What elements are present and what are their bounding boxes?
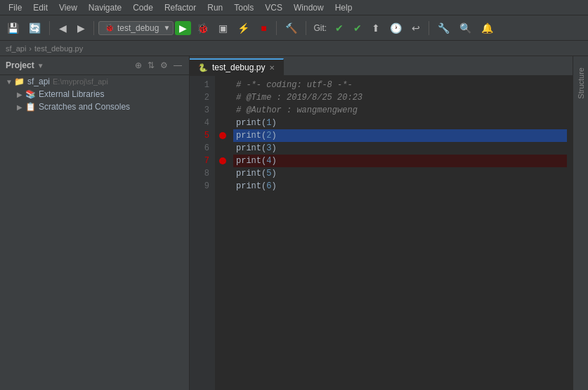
structures-label: Structure — [577, 67, 585, 99]
code-text-5: print(2) — [236, 129, 277, 142]
project-panel: Project ▼ ⊕ ⇅ ⚙ — ▼ 📁 sf_api E:\myproj\s… — [0, 56, 190, 390]
tree-item-scratches[interactable]: ▶ 📋 Scratches and Consoles — [0, 100, 189, 113]
git-checkmark-button[interactable]: ✔ — [331, 20, 348, 37]
code-text-4: print(1) — [236, 117, 277, 129]
panel-icons: ⊕ ⇅ ⚙ — — [133, 59, 183, 72]
line-num-3: 3 — [195, 104, 209, 117]
menu-file[interactable]: File — [3, 1, 27, 14]
code-line-3: # @Author : wangmengweng — [236, 104, 567, 117]
folder-icon-sf-api: 📁 — [14, 77, 25, 86]
line-num-4: 4 — [195, 117, 209, 129]
menu-window[interactable]: Window — [288, 1, 329, 14]
tree-label-sf-api: sf_api — [27, 77, 50, 86]
run-with-button[interactable]: ⚡ — [233, 20, 254, 37]
panel-scroll-button[interactable]: ⇅ — [146, 59, 156, 72]
line-num-6: 6 — [195, 142, 209, 155]
menu-navigate[interactable]: Navigate — [83, 1, 127, 14]
menu-code[interactable]: Code — [127, 1, 159, 14]
main-layout: Project ▼ ⊕ ⇅ ⚙ — ▼ 📁 sf_api E:\myproj\s… — [0, 56, 588, 390]
line-num-7: 7 — [195, 155, 209, 167]
coverage-button[interactable]: ▣ — [214, 20, 232, 37]
git-history-button[interactable]: 🕐 — [386, 20, 406, 37]
search-button[interactable]: 🔍 — [455, 20, 476, 37]
menu-run[interactable]: Run — [202, 1, 228, 14]
run-button[interactable]: ▶ — [175, 21, 191, 35]
code-text-1: # -*- coding: utf-8 -*- — [236, 79, 353, 91]
run-config-dropdown[interactable]: 🐞 test_debug ▼ — [98, 21, 174, 35]
code-line-9: print(6) — [236, 180, 567, 193]
tab-file-icon: 🐍 — [198, 63, 208, 72]
breakpoint-gutter — [215, 76, 230, 390]
menu-help[interactable]: Help — [329, 1, 358, 14]
build-button[interactable]: 🔨 — [281, 20, 301, 37]
line-num-8: 8 — [195, 167, 209, 180]
tree-item-sf-api[interactable]: ▼ 📁 sf_api E:\myproj\sf_api — [0, 75, 189, 88]
breadcrumb-project: sf_api — [6, 44, 26, 53]
toolbar-separator-4 — [306, 21, 306, 35]
tree-path-sf-api: E:\myproj\sf_api — [53, 77, 108, 86]
line-num-2: 2 — [195, 91, 209, 104]
code-line-4: print(1) — [236, 117, 567, 129]
rollback-button[interactable]: ↩ — [407, 20, 424, 37]
line-num-5: 5 — [195, 129, 209, 142]
editor-area: 🐍 test_debug.py ✕ 1 2 3 4 5 6 7 8 9 — [190, 56, 573, 390]
tab-label: test_debug.py — [212, 63, 265, 72]
git-check2-button[interactable]: ✔ — [349, 20, 366, 37]
stop-button[interactable]: ■ — [255, 20, 272, 37]
code-content[interactable]: # -*- coding: utf-8 -*- # @Time : 2019/8… — [230, 76, 573, 390]
line-num-9: 9 — [195, 180, 209, 193]
menubar: File Edit View Navigate Code Refactor Ru… — [0, 0, 588, 15]
bp-spacer-2 — [215, 91, 230, 104]
toolbar-separator-3 — [276, 21, 277, 35]
bp-spacer-4 — [215, 117, 230, 129]
code-editor[interactable]: 1 2 3 4 5 6 7 8 9 — [190, 76, 573, 390]
panel-hide-button[interactable]: — — [172, 59, 183, 72]
synchronize-button[interactable]: 🔄 — [25, 20, 45, 37]
code-text-9: print(6) — [236, 180, 277, 193]
notifications-button[interactable]: 🔔 — [477, 20, 497, 37]
code-text-6: print(3) — [236, 142, 277, 155]
line-num-1: 1 — [195, 79, 209, 91]
debug-button[interactable]: 🐞 — [192, 20, 213, 37]
code-text-8: print(5) — [236, 167, 277, 180]
tree-item-external-libs[interactable]: ▶ 📚 External Libraries — [0, 88, 189, 100]
code-text-2: # @Time : 2019/8/25 20:23 — [236, 91, 362, 104]
toolbar-separator-2 — [93, 21, 94, 35]
forward-button[interactable]: ▶ — [72, 20, 89, 37]
bp-spacer-3 — [215, 104, 230, 117]
back-button[interactable]: ◀ — [54, 20, 71, 37]
tree-arrow-sf-api: ▼ — [6, 78, 14, 86]
code-text-7: print(4) — [236, 155, 277, 167]
project-label: Project ▼ — [6, 60, 44, 70]
tab-close-button[interactable]: ✕ — [269, 64, 275, 72]
menu-vcs[interactable]: VCS — [259, 1, 288, 14]
breakpoint-7 — [215, 155, 230, 167]
code-line-1: # -*- coding: utf-8 -*- — [236, 79, 567, 91]
project-panel-header: Project ▼ ⊕ ⇅ ⚙ — — [0, 56, 189, 75]
panel-add-button[interactable]: ⊕ — [133, 59, 143, 72]
breakpoint-5 — [215, 129, 230, 142]
lib-icon: 📚 — [25, 89, 36, 99]
project-dropdown-arrow[interactable]: ▼ — [37, 62, 44, 70]
code-line-2: # @Time : 2019/8/25 20:23 — [236, 91, 567, 104]
menu-view[interactable]: View — [53, 1, 83, 14]
editor-tab-bar: 🐍 test_debug.py ✕ — [190, 56, 573, 76]
menu-edit[interactable]: Edit — [27, 1, 53, 14]
bp-spacer-6 — [215, 142, 230, 155]
git-label: Git: — [311, 23, 329, 33]
menu-refactor[interactable]: Refactor — [159, 1, 202, 14]
code-text-3: # @Author : wangmengweng — [236, 104, 358, 117]
project-tree: ▼ 📁 sf_api E:\myproj\sf_api ▶ 📚 External… — [0, 75, 189, 113]
save-all-button[interactable]: 💾 — [3, 20, 23, 37]
breakpoint-dot-7 — [219, 157, 226, 164]
menu-tools[interactable]: Tools — [228, 1, 259, 14]
editor-tab-test-debug[interactable]: 🐍 test_debug.py ✕ — [190, 58, 284, 75]
code-line-5: print(2) — [233, 129, 567, 142]
tree-label-external: External Libraries — [39, 89, 104, 99]
code-line-8: print(5) — [236, 167, 567, 180]
bp-spacer-1 — [215, 79, 230, 91]
run-config-name: test_debug — [117, 23, 159, 33]
panel-settings-button[interactable]: ⚙ — [159, 59, 169, 72]
git-update-button[interactable]: ⬆ — [367, 20, 384, 37]
settings-button[interactable]: 🔧 — [433, 20, 454, 37]
